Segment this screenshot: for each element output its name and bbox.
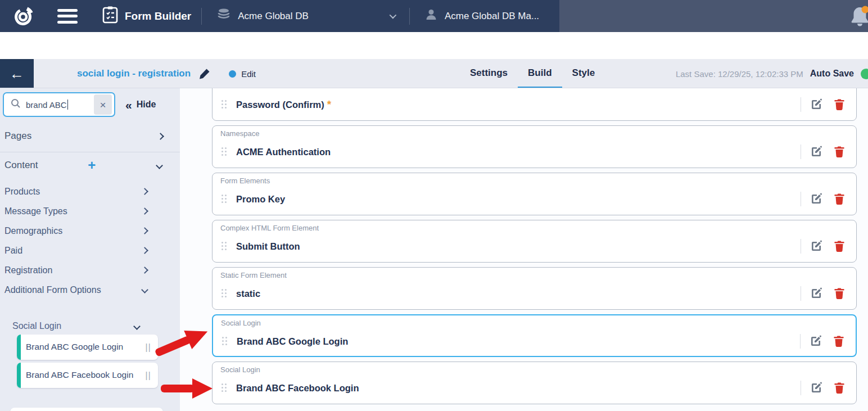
chevron-right-icon — [141, 227, 148, 234]
category-label: Message Types — [4, 206, 67, 216]
form-element-card-google-login[interactable]: Social Login Brand ABC Google Login — [212, 314, 857, 357]
edit-element-icon[interactable] — [810, 240, 822, 252]
back-button[interactable]: ← — [0, 59, 34, 88]
auto-save-label: Auto Save — [810, 69, 854, 79]
clear-search-icon[interactable]: × — [94, 94, 112, 115]
social-login-label: Social Login — [12, 321, 61, 331]
tab-build[interactable]: Build — [518, 59, 562, 88]
sidebar-item-registration[interactable]: Registration — [0, 260, 180, 280]
partial-element-chip — [10, 408, 163, 411]
sidebar-item-pages[interactable]: Pages — [0, 126, 180, 146]
hide-sidebar-button[interactable]: « Hide — [125, 99, 156, 111]
edit-element-icon[interactable] — [810, 98, 822, 111]
chevron-right-icon — [141, 207, 148, 215]
form-builder-header: ← social login - registration Edit Setti… — [0, 59, 868, 88]
text-cursor — [67, 100, 68, 110]
card-type-label: Social Login — [213, 362, 856, 376]
hide-label: Hide — [137, 100, 156, 110]
form-element-card-static[interactable]: Static Form Element static — [212, 267, 857, 310]
status-dot-icon — [229, 70, 236, 78]
category-label: Paid — [4, 246, 22, 256]
form-element-card-password-confirm[interactable]: Password (Confirm) * — [212, 88, 857, 121]
element-name: ACME Authentication — [236, 147, 331, 157]
delete-element-icon[interactable] — [834, 193, 845, 205]
drag-handle-icon[interactable] — [221, 100, 227, 109]
draggable-element-google-login[interactable]: Brand ABC Google Login || — [17, 335, 158, 360]
auto-save-toggle[interactable] — [861, 69, 868, 79]
card-action-divider — [801, 97, 801, 112]
sidebar-item-message-types[interactable]: Message Types — [0, 201, 180, 221]
chevron-down-icon — [133, 323, 141, 330]
card-type-label: Form Elements — [213, 173, 856, 187]
delete-element-icon[interactable] — [834, 287, 845, 300]
sidebar-item-paid[interactable]: Paid — [0, 241, 180, 260]
category-label: Products — [4, 187, 40, 197]
form-element-card-facebook-login[interactable]: Social Login Brand ABC Facebook Login — [212, 362, 857, 404]
double-chevron-left-icon: « — [125, 99, 132, 111]
user-selector-label: Acme Global DB Ma... — [445, 11, 539, 22]
delete-element-icon[interactable] — [834, 240, 845, 252]
form-canvas: Password (Confirm) * Namespace ACME Auth… — [180, 88, 868, 411]
chip-label: Brand ABC Google Login — [26, 341, 123, 353]
app-body: brand ABC × « Hide Pages Content + Produ… — [0, 88, 868, 411]
element-name: static — [236, 288, 260, 299]
form-title[interactable]: social login - registration — [77, 68, 191, 79]
chevron-right-icon — [141, 267, 148, 274]
delete-element-icon[interactable] — [834, 146, 845, 158]
element-name: Promo Key — [236, 194, 285, 205]
delete-element-icon[interactable] — [834, 382, 845, 394]
sidebar-search-row: brand ABC × « Hide — [0, 88, 180, 117]
form-element-card-namespace[interactable]: Namespace ACME Authentication — [212, 125, 857, 168]
save-status-group: Last Save: 12/29/25, 12:02:33 PM Auto Sa… — [676, 59, 864, 88]
sidebar-section-social-login[interactable]: Social Login — [0, 318, 180, 335]
header-tabs: Settings Build Style — [460, 59, 605, 88]
card-type-label: Static Form Element — [213, 268, 856, 281]
delete-element-icon[interactable] — [833, 335, 844, 347]
card-action-divider — [801, 286, 801, 301]
navbar-left-group: Form Builder Acme Global DB — [0, 0, 570, 32]
drag-handle-icon[interactable] — [221, 195, 227, 204]
status-label: Edit — [241, 69, 256, 79]
project-selector-dropdown[interactable]: Acme Global DB — [212, 7, 399, 25]
chevron-down-icon — [389, 12, 396, 19]
card-action-divider — [801, 239, 801, 254]
edit-title-pencil-icon[interactable] — [198, 67, 211, 80]
form-status: Edit — [229, 69, 256, 79]
tab-style[interactable]: Style — [562, 59, 605, 88]
form-element-card-promo-key[interactable]: Form Elements Promo Key — [212, 173, 857, 215]
notification-bell-icon[interactable] — [847, 5, 868, 31]
tab-settings[interactable]: Settings — [460, 59, 518, 88]
sidebar-item-additional-form-options[interactable]: Additional Form Options — [0, 280, 180, 300]
sidebar-section-content[interactable]: Content + — [0, 152, 180, 178]
delete-element-icon[interactable] — [834, 98, 845, 111]
top-navbar: Form Builder Acme Global DB — [0, 0, 868, 32]
add-content-icon[interactable]: + — [88, 159, 96, 172]
required-asterisk: * — [327, 98, 331, 111]
drag-handle-icon[interactable] — [221, 289, 227, 298]
edit-element-icon[interactable] — [810, 382, 822, 394]
draggable-element-facebook-login[interactable]: Brand ABC Facebook Login || — [17, 363, 158, 388]
edit-element-icon[interactable] — [810, 287, 822, 300]
drag-handle-icon[interactable] — [221, 147, 227, 156]
edit-element-icon[interactable] — [810, 335, 822, 347]
search-input[interactable]: brand ABC × — [3, 92, 115, 117]
sidebar-item-products[interactable]: Products — [0, 182, 180, 201]
card-action-divider — [801, 144, 801, 159]
sidebar-item-demographics[interactable]: Demographics — [0, 221, 180, 241]
edit-element-icon[interactable] — [810, 193, 822, 205]
form-element-card-submit-button[interactable]: Complex HTML Form Element Submit Button — [212, 220, 857, 263]
element-name: Submit Button — [236, 241, 300, 252]
edit-element-icon[interactable] — [810, 146, 822, 158]
app-logo-icon[interactable] — [12, 5, 35, 28]
project-selector-label: Acme Global DB — [238, 11, 309, 22]
drag-handle-icon[interactable] — [221, 383, 227, 392]
drag-bars-icon[interactable]: || — [145, 370, 151, 381]
content-label: Content — [4, 160, 38, 171]
drag-handle-icon[interactable] — [221, 242, 227, 251]
drag-handle-icon[interactable] — [222, 337, 228, 346]
menu-hamburger-icon[interactable] — [57, 9, 78, 24]
navbar-right-section — [559, 0, 868, 32]
search-icon — [11, 98, 21, 111]
user-selector-dropdown[interactable]: Acme Global DB Ma... — [420, 8, 570, 24]
drag-bars-icon[interactable]: || — [145, 342, 151, 353]
